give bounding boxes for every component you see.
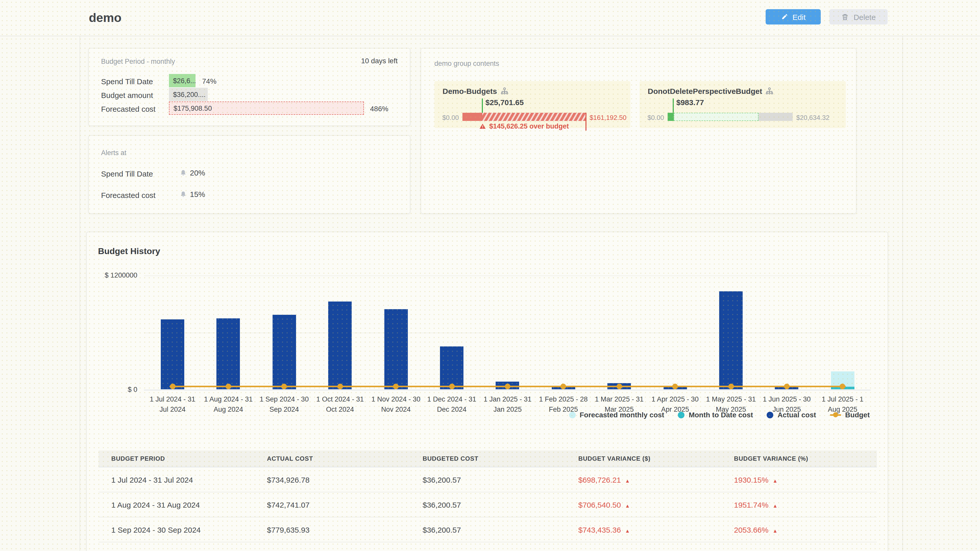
bar-min-label: $0.00 (434, 114, 459, 121)
legend-label: Actual cost (778, 411, 816, 419)
x-axis-label: 1 Dec 2024 - 31 Dec 2024 (423, 394, 480, 415)
chart-bar (217, 318, 240, 389)
variance-cell: 1951.74%▲ (721, 500, 877, 509)
bar-max-label: $20,634.32 (796, 114, 829, 121)
spend-bar-overage-hatched (482, 113, 586, 121)
table-row: 1 Jul 2024 - 31 Jul 2024$734,926.78$36,2… (99, 467, 877, 492)
table-cell: $742,741.07 (254, 500, 410, 509)
group-budget-name: DonotDeletePerspectiveBudget (648, 87, 773, 95)
delete-button-label: Delete (854, 13, 876, 21)
alerts-card: Alerts at Spend Till Date 20% Forecasted… (88, 135, 410, 214)
chart-bar (384, 309, 407, 389)
spend-bar-solid (463, 113, 482, 121)
budget-amount-chip: $36,200.... (169, 88, 208, 101)
table-cell: $36,200.57 (410, 500, 566, 509)
x-axis-label: 1 Nov 2024 - 30 Nov 2024 (367, 394, 425, 415)
table-cell: $779,635.93 (254, 525, 410, 534)
budget-threshold-value: $25,701.65 (485, 98, 524, 106)
bell-icon (180, 191, 187, 198)
table-row: 1 Sep 2024 - 30 Sep 2024$779,635.93$36,2… (99, 517, 877, 542)
days-left-label: 10 days left (361, 57, 398, 65)
bell-icon (180, 169, 187, 176)
delete-button[interactable]: Delete (829, 9, 888, 24)
variance-cell: $698,726.21▲ (566, 475, 721, 484)
budget-line-marker (226, 383, 231, 389)
panel-left-border (80, 36, 80, 551)
y-tick-zero: $ 0 (95, 386, 137, 393)
chart-bar (719, 291, 743, 389)
budget-line-marker (784, 383, 790, 389)
budget-line-marker (561, 383, 566, 389)
legend-swatch (569, 411, 576, 418)
table-cell: $36,200.57 (410, 525, 566, 534)
table-cell: 1 Aug 2024 - 31 Aug 2024 (99, 500, 254, 509)
budget-line-marker (672, 383, 678, 389)
table-header-cell: BUDGETED COST (410, 455, 566, 462)
variance-cell: 2053.66%▲ (721, 525, 877, 534)
budget-threshold-value: $983.77 (676, 98, 704, 106)
budget-line-marker (728, 383, 734, 389)
forecasted-cost-label: Forecasted cost (101, 105, 156, 113)
alert-row-value: 15% (180, 190, 205, 198)
edit-button-label: Edit (792, 13, 806, 21)
x-axis-label: 1 Oct 2024 - 31 Oct 2024 (311, 394, 369, 415)
legend-label: Forecasted monthly cost (579, 411, 664, 419)
forecasted-cost-value: $175,908.50 (173, 104, 212, 112)
alert-row-label: Forecasted cost (101, 191, 156, 200)
legend-item: Month to Date cost (678, 411, 753, 419)
budget-line-marker (616, 383, 622, 389)
budget-amount-value: $36,200.... (173, 91, 206, 98)
table-header-cell: BUDGET VARIANCE (%) (721, 455, 877, 462)
up-triangle-icon: ▲ (773, 503, 778, 508)
spend-till-date-chip: $26,6... (169, 74, 196, 87)
edit-button[interactable]: Edit (765, 9, 821, 24)
legend-swatch (830, 414, 841, 416)
legend-label: Budget (845, 411, 870, 419)
x-axis-label: 1 Aug 2024 - 31 Aug 2024 (200, 394, 257, 415)
group-budget-name: Demo-Budgets (442, 87, 508, 95)
trash-icon (842, 13, 849, 21)
bar-max-label: $161,192.50 (590, 114, 627, 121)
chart-legend: Forecasted monthly costMonth to Date cos… (569, 411, 870, 419)
alerts-card-title: Alerts at (101, 149, 126, 157)
legend-item: Actual cost (767, 411, 816, 419)
spend-till-date-percent: 74% (202, 77, 216, 85)
group-budget-demo-budgets[interactable]: Demo-Budgets $25,701.65 $0.00 $161,192.5… (434, 81, 630, 128)
table-row: 1 Aug 2024 - 31 Aug 2024$742,741.07$36,2… (99, 492, 877, 517)
chart-bar (328, 302, 352, 389)
budget-detail-page: demo Edit Delete Budget Period - monthly… (0, 0, 980, 551)
gridline-top (144, 275, 871, 276)
gridline-middle (144, 333, 871, 333)
pencil-icon (781, 13, 788, 21)
x-axis-line (144, 390, 871, 390)
group-budget-donotdelete[interactable]: DonotDeletePerspectiveBudget $983.77 $0.… (640, 81, 846, 128)
variance-cell: $706,540.50▲ (566, 500, 721, 509)
alert-row-value: 20% (180, 168, 205, 177)
group-card-title: demo group contents (434, 60, 499, 67)
table-header-cell: BUDGET VARIANCE ($) (566, 455, 721, 462)
chart-bar (161, 319, 184, 389)
up-triangle-icon: ▲ (625, 503, 630, 508)
budget-history-chart: $ 1200000 $ 0 1 Jul 2024 - 31 Jul 20241 … (144, 275, 871, 390)
forecasted-cost-percent: 486% (370, 105, 388, 113)
legend-swatch (678, 411, 685, 418)
x-axis-label: 1 Sep 2024 - 30 Sep 2024 (256, 394, 313, 415)
over-budget-warning: $145,626.25 over budget (463, 122, 586, 130)
budget-amount-label: Budget amount (101, 91, 153, 100)
legend-item: Budget (830, 411, 870, 419)
table-cell: $734,926.78 (254, 475, 410, 484)
variance-cell: 1930.15%▲ (721, 475, 877, 484)
group-budget-name-text: DonotDeletePerspectiveBudget (648, 87, 762, 95)
budget-period-card: Budget Period - monthly 10 days left Spe… (88, 48, 410, 126)
forecasted-cost-chip: $175,908.50 (169, 102, 364, 115)
spend-till-date-label: Spend Till Date (101, 77, 153, 86)
budget-line-marker (337, 383, 343, 389)
warning-triangle-icon (479, 123, 486, 130)
x-axis-label: 1 Jul 2024 - 31 Jul 2024 (144, 394, 201, 415)
remaining-bar-gray (759, 113, 793, 121)
budget-line-marker (170, 383, 175, 389)
chart-bar (440, 346, 463, 389)
over-budget-warning-text: $145,626.25 over budget (489, 122, 569, 130)
hierarchy-icon (501, 87, 508, 95)
legend-label: Month to Date cost (689, 411, 753, 419)
